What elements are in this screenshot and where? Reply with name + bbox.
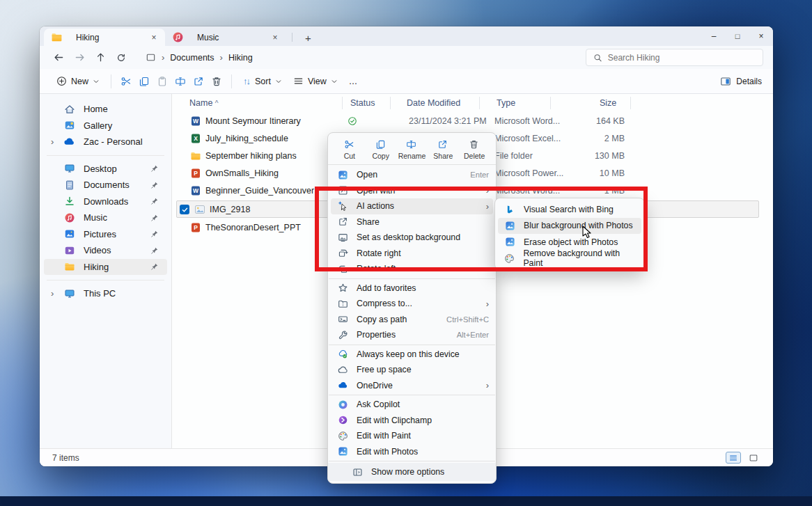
documents-icon — [63, 179, 75, 191]
column-separator[interactable] — [630, 97, 631, 109]
details-pane-button[interactable]: Details — [720, 76, 762, 87]
search-input[interactable] — [608, 53, 756, 63]
tab-hiking[interactable]: Hiking × — [44, 29, 165, 46]
search-icon — [593, 53, 602, 63]
submenu-chevron-icon: › — [486, 380, 489, 390]
submenu-chevron-icon: › — [486, 299, 489, 309]
menu-item-ask-copilot[interactable]: Ask Copilot — [331, 397, 493, 413]
column-separator[interactable] — [479, 97, 480, 109]
breadcrumb[interactable]: › Documents › Hiking — [139, 49, 583, 66]
sidebar-item-hiking[interactable]: Hiking — [44, 259, 167, 276]
sidebar-item-home[interactable]: Home — [44, 101, 167, 118]
column-header-status[interactable]: Status — [350, 98, 375, 108]
column-header-size[interactable]: Size — [600, 98, 616, 108]
breadcrumb-documents[interactable]: Documents — [170, 53, 214, 63]
back-button[interactable] — [49, 49, 68, 66]
menu-item-always-keep-on-device[interactable]: Always keep on this device — [331, 347, 493, 363]
powerpoint-file-icon — [190, 168, 201, 179]
details-view-button[interactable] — [726, 452, 741, 464]
rename-action[interactable]: Rename — [398, 139, 425, 160]
context-menu: Cut Copy Rename Share Delete OpenEnter O… — [327, 132, 497, 484]
items-count: 7 items — [52, 453, 79, 463]
copilot-icon — [337, 399, 348, 410]
cloud-outline-icon — [337, 364, 348, 375]
pin-icon — [150, 181, 159, 189]
menu-item-free-up-space[interactable]: Free up space — [331, 362, 493, 378]
column-separator[interactable] — [342, 97, 343, 109]
menu-item-copy-as-path[interactable]: Copy as pathCtrl+Shift+C — [331, 312, 493, 328]
close-tab-icon[interactable]: × — [148, 32, 159, 43]
sidebar-item-onedrive-personal[interactable]: › Zac - Personal — [44, 134, 167, 150]
column-separator[interactable] — [550, 97, 551, 109]
trash-icon — [469, 139, 480, 150]
menu-item-edit-with-clipchamp[interactable]: Edit with Clipchamp — [331, 413, 493, 429]
column-separator[interactable] — [390, 97, 391, 109]
cut-action[interactable]: Cut — [336, 139, 364, 160]
column-header-type[interactable]: Type — [497, 98, 515, 108]
cut-button[interactable] — [117, 72, 135, 91]
menu-item-open[interactable]: OpenEnter — [331, 167, 493, 183]
checkbox-checked[interactable] — [180, 205, 189, 214]
sidebar-item-gallery[interactable]: Gallery — [44, 118, 167, 134]
menu-item-compress-to[interactable]: Compress to...› — [331, 296, 493, 312]
tab-music[interactable]: Music × — [165, 29, 286, 46]
close-tab-icon[interactable]: × — [270, 32, 281, 43]
excel-file-icon — [190, 133, 201, 144]
star-icon — [337, 283, 348, 294]
close-button[interactable]: × — [749, 26, 773, 46]
view-button[interactable]: View — [288, 72, 343, 91]
sidebar-item-music[interactable]: Music — [44, 209, 167, 226]
chevron-down-icon — [331, 78, 338, 85]
folder-icon — [51, 31, 63, 43]
menu-item-edit-with-photos[interactable]: Edit with Photos — [331, 444, 493, 460]
downloads-icon — [63, 196, 75, 207]
share-button[interactable] — [189, 72, 208, 91]
breadcrumb-hiking[interactable]: Hiking — [228, 53, 253, 63]
sidebar-item-this-pc[interactable]: › This PC — [44, 285, 167, 302]
sidebar-item-desktop[interactable]: Desktop — [44, 161, 167, 177]
new-button[interactable]: New — [51, 72, 105, 91]
rename-button[interactable] — [171, 72, 189, 91]
gallery-icon — [63, 120, 75, 132]
column-header-name[interactable]: Name ^ — [189, 98, 219, 108]
maximize-button[interactable]: □ — [726, 26, 749, 46]
menu-item-properties[interactable]: PropertiesAlt+Enter — [331, 327, 493, 343]
copy-button[interactable] — [135, 72, 153, 91]
up-button[interactable] — [91, 49, 109, 66]
menu-item-edit-with-paint[interactable]: Edit with Paint — [331, 428, 493, 444]
menu-separator — [329, 278, 495, 279]
sidebar-item-videos[interactable]: Videos — [44, 242, 167, 259]
search-box[interactable] — [586, 49, 763, 66]
copy-path-icon — [337, 314, 348, 325]
paste-button[interactable] — [153, 72, 171, 91]
thumbnail-view-button[interactable] — [747, 452, 760, 464]
sidebar-item-downloads[interactable]: Downloads — [44, 193, 167, 210]
delete-button[interactable] — [208, 72, 226, 91]
sidebar-item-documents[interactable]: Documents — [44, 177, 167, 193]
wrench-icon — [337, 329, 348, 340]
menu-item-add-to-favorites[interactable]: Add to favorites — [331, 280, 493, 297]
delete-action[interactable]: Delete — [460, 139, 488, 160]
onedrive-cloud-icon — [337, 380, 348, 391]
menu-item-show-more-options[interactable]: Show more options — [328, 463, 496, 481]
forward-button[interactable] — [70, 49, 88, 66]
sort-button[interactable]: ↑↓ Sort — [237, 72, 288, 91]
file-row-mount-seymour[interactable]: Mount Seymour Itinerary 23/11/2024 3:21 … — [172, 113, 773, 130]
sidebar-item-pictures[interactable]: Pictures — [44, 226, 167, 243]
wallpaper-bottom-strip — [0, 496, 812, 506]
tab-bar: Hiking × Music × + – □ × — [40, 26, 773, 46]
copy-action[interactable]: Copy — [367, 139, 395, 160]
desktop-icon — [63, 163, 75, 175]
refresh-button[interactable] — [112, 49, 130, 66]
minimize-button[interactable]: – — [702, 26, 726, 46]
compress-icon — [337, 298, 348, 309]
word-file-icon — [190, 185, 201, 196]
menu-item-onedrive[interactable]: OneDrive› — [331, 378, 493, 394]
more-options-button[interactable]: … — [343, 72, 364, 91]
share-action[interactable]: Share — [429, 139, 457, 160]
photos-icon — [337, 446, 348, 457]
column-header-date[interactable]: Date Modified — [407, 98, 460, 108]
expand-chevron-icon[interactable]: › — [51, 288, 54, 299]
new-tab-button[interactable]: + — [301, 32, 315, 46]
expand-chevron-icon[interactable]: › — [51, 136, 54, 147]
